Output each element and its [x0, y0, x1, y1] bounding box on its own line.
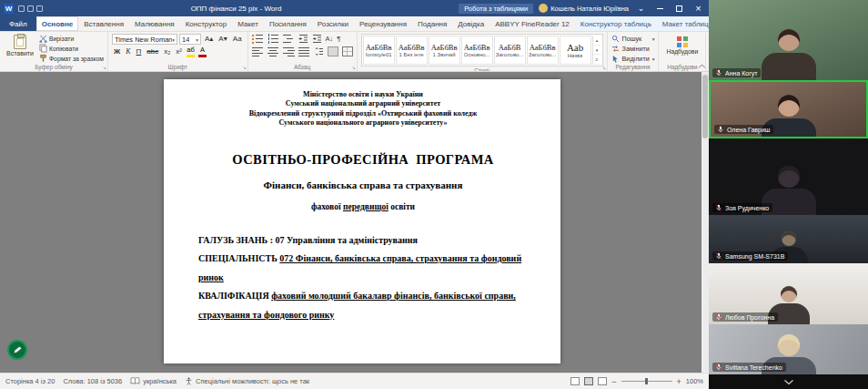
font-size-combo[interactable]: 14	[179, 34, 201, 45]
style-item[interactable]: АаБбВв Заголово...	[527, 36, 559, 65]
dialog-launcher-icon[interactable]	[242, 66, 246, 70]
document-page[interactable]: Міністерство освіти і науки України Сумс…	[164, 79, 560, 363]
gallery-down-icon[interactable]: ▾	[593, 46, 601, 56]
decrease-indent-icon[interactable]	[298, 34, 308, 44]
tab-home[interactable]: Основне	[36, 16, 79, 31]
restore-button[interactable]	[672, 2, 686, 15]
align-justify-icon[interactable]	[298, 46, 310, 56]
tab-file[interactable]: Файл	[0, 16, 36, 31]
superscript-button[interactable]: х²	[174, 46, 184, 57]
tab-mailings[interactable]: Розсилки	[312, 16, 354, 31]
grow-font-button[interactable]: А▴	[203, 34, 215, 45]
reading-view-icon[interactable]	[570, 377, 580, 385]
font-color-button[interactable]: А	[197, 46, 207, 57]
style-item[interactable]: АаБбВв fontstyle01	[363, 36, 395, 65]
cut-button[interactable]: Вирізати	[39, 35, 104, 43]
save-icon[interactable]	[18, 5, 25, 12]
zoom-level[interactable]: 100%	[686, 377, 703, 385]
change-case-button[interactable]: Аа	[231, 34, 244, 45]
tab-table-design[interactable]: Конструктор таблиць	[575, 16, 657, 31]
italic-button[interactable]: К	[124, 46, 132, 57]
find-button[interactable]: Пошук	[611, 35, 655, 43]
status-bar: Сторінка 4 із 20 Слова: 108 із 5036 укра…	[0, 373, 709, 389]
group-paragraph: А↓ ¶ Абзац	[248, 32, 358, 71]
style-item[interactable]: Аab Назва	[560, 36, 591, 65]
style-item[interactable]: АаБбВв Основно...	[461, 36, 493, 65]
tab-layout[interactable]: Макет	[232, 16, 264, 31]
shrink-font-button[interactable]: А▾	[217, 34, 228, 45]
paste-button[interactable]: Вставити	[4, 34, 36, 57]
align-left-icon[interactable]	[252, 46, 264, 56]
multilevel-list-icon[interactable]	[283, 34, 295, 44]
dialog-launcher-icon[interactable]	[351, 66, 355, 70]
page-count[interactable]: Сторінка 4 із 20	[5, 377, 55, 385]
tab-insert[interactable]: Вставлення	[78, 16, 129, 31]
tab-draw[interactable]: Малювання	[129, 16, 180, 31]
undo-icon[interactable]	[27, 5, 34, 12]
line-spacing-icon[interactable]	[314, 46, 324, 56]
strikethrough-button[interactable]: abc	[145, 46, 160, 57]
sort-icon[interactable]: А↓	[326, 34, 334, 44]
scrollbar-thumb[interactable]	[702, 75, 708, 138]
style-item[interactable]: АаБбВв 1 Без інте	[396, 36, 428, 65]
align-right-icon[interactable]	[283, 46, 295, 56]
ribbon-options-icon[interactable]: ⌄	[634, 2, 648, 15]
font-family-combo[interactable]: Times New Roman	[112, 34, 177, 45]
tab-references[interactable]: Посилання	[264, 16, 312, 31]
participant-tile[interactable]: Samsung SM-S731B	[709, 215, 868, 263]
participant-tile-active-speaker[interactable]: Олена Гавриш	[709, 80, 868, 138]
web-layout-icon[interactable]	[598, 377, 607, 385]
tab-help[interactable]: Довідка	[452, 16, 490, 31]
tab-abbyy[interactable]: ABBYY FineReader 12	[490, 16, 575, 31]
print-layout-icon[interactable]	[584, 377, 593, 385]
underline-button[interactable]: П	[135, 46, 144, 57]
language-status[interactable]: українська	[130, 377, 177, 385]
word-count[interactable]: Слова: 108 із 5036	[63, 377, 122, 385]
dialog-launcher-icon[interactable]	[103, 66, 106, 70]
account-chip[interactable]: Кошель Наталія Юріївна	[539, 4, 629, 13]
align-center-icon[interactable]	[267, 46, 279, 56]
bullets-icon[interactable]	[252, 34, 264, 44]
tab-view[interactable]: Подання	[412, 16, 452, 31]
borders-icon[interactable]	[342, 46, 353, 56]
tab-table-layout[interactable]: Макет таблиці	[657, 16, 716, 31]
copy-button[interactable]: Копіювати	[39, 44, 104, 53]
style-item[interactable]: АаБбВв 1 Звичай	[429, 36, 460, 65]
subscript-button[interactable]: х₂	[162, 46, 172, 57]
participant-tile[interactable]: Зоя Рудиченко	[709, 138, 868, 215]
participants-panel-footer	[709, 374, 868, 389]
header-line: Сумський національний аграрний університ…	[198, 99, 528, 108]
participant-tile[interactable]: Svitlana Terechenko	[709, 324, 868, 374]
close-button[interactable]	[691, 2, 705, 15]
accessibility-status[interactable]: Спеціальні можливості: щось не так	[185, 377, 309, 385]
zoom-in-button[interactable]: +	[677, 377, 681, 386]
zoom-slider[interactable]	[621, 381, 672, 382]
select-button[interactable]: Виділити	[611, 55, 655, 63]
shading-icon[interactable]	[328, 46, 338, 56]
dialog-launcher-icon[interactable]	[601, 66, 605, 70]
format-painter-button[interactable]: Формат за зразком	[39, 54, 104, 63]
style-item[interactable]: АаБбВ Заголово...	[494, 36, 526, 65]
repeat-icon[interactable]	[36, 5, 43, 12]
participant-tile[interactable]: Анна Когут	[709, 0, 868, 80]
highlight-color-button[interactable]: аб	[186, 46, 196, 57]
numbering-icon[interactable]	[267, 34, 279, 44]
participant-tile[interactable]: Любов Прогонна	[709, 263, 868, 324]
pilcrow-icon[interactable]: ¶	[337, 34, 340, 44]
bold-button[interactable]: Ж	[112, 46, 122, 57]
collapse-ribbon-icon[interactable]	[698, 64, 706, 69]
zoom-slider-thumb[interactable]	[645, 378, 648, 384]
tab-review[interactable]: Рецензування	[354, 16, 412, 31]
annotation-tool-button[interactable]	[7, 340, 27, 360]
increase-indent-icon[interactable]	[312, 34, 322, 44]
gallery-up-icon[interactable]: ▴	[593, 36, 601, 46]
addins-button[interactable]: Надбудови	[662, 34, 701, 55]
minimize-button[interactable]	[653, 2, 667, 15]
vertical-scrollbar[interactable]	[701, 72, 709, 373]
chevron-down-icon[interactable]	[783, 379, 794, 385]
replace-button[interactable]: Замінити	[611, 45, 655, 53]
body-line: СПЕЦІАЛЬНІСТЬ 072 Фінанси, банківська сп…	[198, 250, 528, 287]
zoom-out-button[interactable]: −	[611, 377, 616, 386]
tab-design[interactable]: Конструктор	[180, 16, 233, 31]
gallery-more-icon[interactable]: ≡	[593, 55, 601, 65]
